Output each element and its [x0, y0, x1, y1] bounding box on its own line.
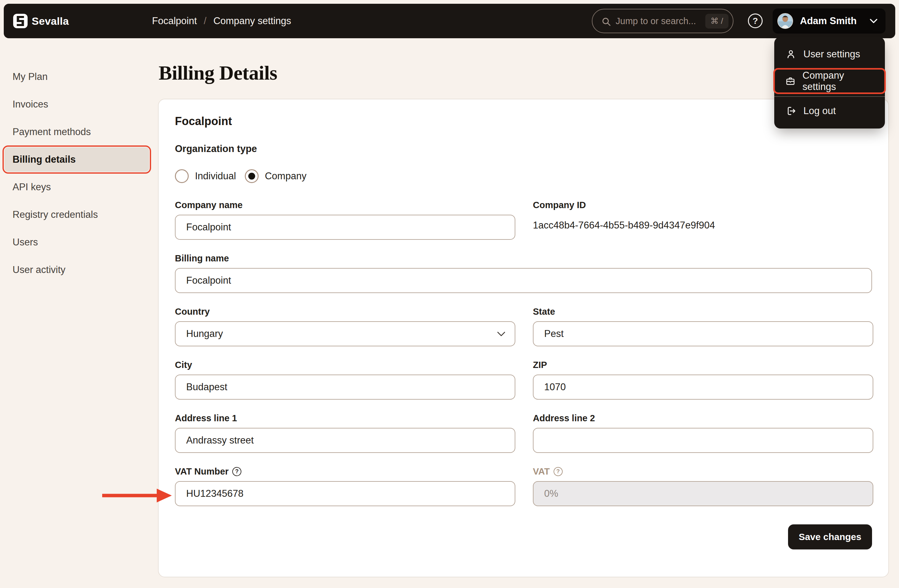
avatar [777, 13, 793, 29]
country-label: Country [175, 306, 515, 317]
save-row: Save changes [175, 525, 872, 549]
menu-item-company-settings[interactable]: Company settings [774, 69, 885, 93]
chevron-down-icon [870, 19, 877, 23]
help-circle-icon[interactable]: ? [232, 467, 241, 476]
vat-label: VAT ? [533, 466, 873, 477]
row-country-state: Country Hungary State [175, 306, 872, 346]
company-name-field[interactable] [175, 215, 515, 240]
sidebar-item-label: User activity [12, 264, 65, 276]
billing-name-group: Billing name [175, 253, 872, 293]
state-field[interactable] [533, 321, 873, 346]
breadcrumb-current[interactable]: Company settings [213, 15, 291, 27]
breadcrumb-project[interactable]: Focalpoint [152, 15, 197, 27]
state-group: State [533, 306, 873, 346]
vat-group: VAT ? [533, 466, 873, 506]
sidebar-item-user-activity[interactable]: User activity [5, 258, 149, 282]
vat-number-label-text: VAT Number [175, 466, 229, 477]
zip-field[interactable] [533, 375, 873, 400]
question-mark-glyph: ? [556, 469, 560, 474]
billing-details-card: Focalpoint Organization type Individual … [158, 99, 889, 577]
chevron-down-icon [497, 332, 505, 338]
vat-field [533, 481, 873, 506]
company-id-group: Company ID 1acc48b4-7664-4b55-b489-9d434… [533, 200, 873, 240]
city-label: City [175, 360, 515, 370]
user-name: Adam Smith [800, 15, 857, 27]
save-changes-button[interactable]: Save changes [788, 525, 872, 549]
menu-item-label: User settings [803, 49, 860, 60]
menu-item-user-settings[interactable]: User settings [781, 43, 878, 65]
logo-wordmark: Sevalla [32, 15, 69, 27]
billing-name-label: Billing name [175, 253, 872, 264]
menu-divider [774, 96, 885, 97]
pixel-s-glyph [15, 16, 25, 26]
sidebar-item-label: Payment methods [12, 126, 91, 137]
menu-item-label: Log out [803, 105, 836, 117]
sidebar-item-label: Billing details [12, 154, 76, 165]
sidebar-item-api-keys[interactable]: API keys [5, 175, 149, 199]
address-line-1-label: Address line 1 [175, 413, 515, 423]
search-input[interactable] [616, 9, 706, 32]
sidebar-item-label: Users [12, 237, 38, 248]
billing-name-field[interactable] [175, 268, 872, 293]
row-company: Company name Company ID 1acc48b4-7664-4b… [175, 200, 872, 240]
search-shortcut-badge: ⌘ / [705, 14, 729, 29]
page-title: Billing Details [159, 62, 277, 85]
global-search[interactable]: ⌘ / [592, 9, 734, 33]
sidebar-item-my-plan[interactable]: My Plan [5, 65, 149, 89]
radio-circle-checked[interactable] [245, 169, 259, 183]
briefcase-icon [786, 76, 795, 86]
vat-label-text: VAT [533, 466, 550, 477]
address-line-2-label: Address line 2 [533, 413, 873, 423]
country-select-value[interactable]: Hungary [175, 321, 515, 346]
address-line-2-field[interactable] [533, 428, 873, 453]
breadcrumb: Focalpoint / Company settings [152, 4, 291, 38]
help-circle-icon[interactable]: ? [554, 467, 563, 476]
sidebar-item-invoices[interactable]: Invoices [5, 92, 149, 117]
address-line-1-group: Address line 1 [175, 413, 515, 453]
company-name-group: Company name [175, 200, 515, 240]
row-vat: VAT Number ? VAT ? [175, 466, 872, 506]
zip-group: ZIP [533, 360, 873, 400]
city-field[interactable] [175, 375, 515, 400]
billing-sidebar: My Plan Invoices Payment methods Billing… [0, 38, 154, 285]
company-id-label: Company ID [533, 200, 873, 210]
logout-icon [786, 106, 796, 116]
country-select[interactable]: Hungary [175, 321, 515, 346]
sidebar-item-users[interactable]: Users [5, 230, 149, 255]
search-icon [601, 17, 611, 28]
annotation-arrow [100, 483, 173, 508]
organization-type-group: Individual Company [175, 169, 872, 183]
state-label: State [533, 306, 873, 317]
address-line-1-field[interactable] [175, 428, 515, 453]
sidebar-item-billing-details[interactable]: Billing details [5, 147, 149, 172]
user-menu-button[interactable]: Adam Smith [773, 8, 885, 34]
row-address: Address line 1 Address line 2 [175, 413, 872, 453]
vat-number-group: VAT Number ? [175, 466, 515, 506]
sevalla-logo-icon [13, 14, 28, 28]
topbar: Sevalla Focalpoint / Company settings ⌘ … [4, 4, 895, 38]
radio-individual[interactable]: Individual [175, 169, 236, 183]
radio-label: Individual [195, 170, 236, 182]
sidebar-item-registry-credentials[interactable]: Registry credentials [5, 202, 149, 227]
row-city-zip: City ZIP [175, 360, 872, 400]
vat-number-label: VAT Number ? [175, 466, 515, 477]
sidebar-item-label: My Plan [12, 71, 48, 82]
user-icon [786, 49, 796, 60]
vat-number-field[interactable] [175, 481, 515, 506]
sidebar-item-label: Registry credentials [12, 209, 98, 220]
row-billing-name: Billing name [175, 253, 872, 293]
country-group: Country Hungary [175, 306, 515, 346]
radio-company[interactable]: Company [245, 169, 307, 183]
sidebar-item-label: Invoices [12, 99, 48, 110]
menu-item-log-out[interactable]: Log out [781, 100, 878, 122]
sidebar-item-payment-methods[interactable]: Payment methods [5, 120, 149, 144]
question-mark-glyph: ? [235, 469, 239, 474]
organization-type-label: Organization type [175, 143, 872, 154]
sevalla-logo[interactable]: Sevalla [13, 14, 69, 28]
company-title: Focalpoint [175, 115, 872, 128]
breadcrumb-separator: / [204, 15, 207, 27]
sidebar-item-label: API keys [12, 182, 51, 193]
help-button[interactable]: ? [748, 14, 763, 28]
company-id-value: 1acc48b4-7664-4b55-b489-9d4347e9f904 [533, 220, 873, 231]
radio-circle-unchecked[interactable] [175, 169, 189, 183]
